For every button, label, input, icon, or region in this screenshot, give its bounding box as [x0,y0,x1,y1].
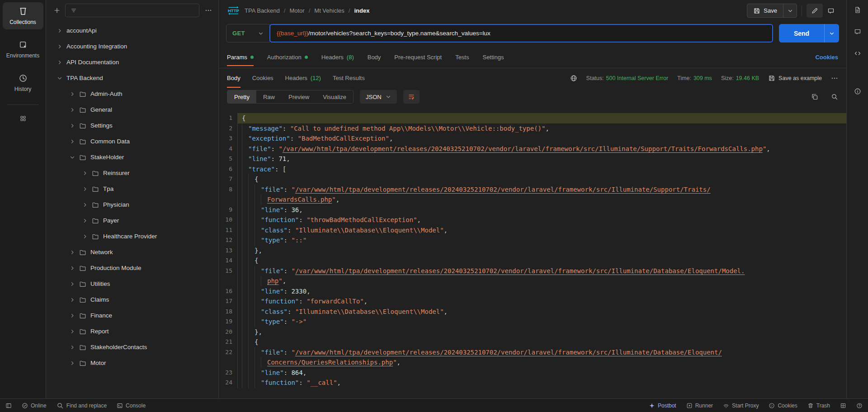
copy-icon[interactable] [811,93,818,100]
chevron-right-icon[interactable] [70,91,75,97]
sidebar-item-api-documentation[interactable]: API Documentation [46,54,218,70]
cookies-link[interactable]: Cookies [815,54,838,61]
code-snippet-icon[interactable] [854,50,861,57]
search-response-icon[interactable] [831,93,838,100]
chevron-right-icon[interactable] [70,297,75,303]
save-options-button[interactable] [783,4,797,17]
new-collection-button[interactable] [53,7,61,14]
view-mode-visualize[interactable]: Visualize [316,90,353,103]
file-link[interactable]: ForwardsCalls.php [267,196,332,203]
response-tab-test-results[interactable]: Test Results [333,68,365,88]
filter-collections-input[interactable] [65,4,199,17]
chevron-right-icon[interactable] [82,202,88,208]
help-button[interactable] [856,403,863,409]
chevron-right-icon[interactable] [70,313,75,318]
toggle-sidebar-button[interactable] [5,403,12,409]
chevron-right-icon[interactable] [70,329,75,334]
sidebar-item-report[interactable]: Report [46,323,218,339]
chevron-right-icon[interactable] [57,60,62,65]
request-tab-tests[interactable]: Tests [455,48,469,66]
chevron-right-icon[interactable] [57,44,62,49]
request-tab-params[interactable]: Params [227,48,254,66]
sidebar-item-common-data[interactable]: Common Data [46,133,218,149]
sidebar-item-motor[interactable]: Motor [46,355,218,371]
file-link[interactable]: /var/www/html/tpa/development/releases/2… [295,186,711,193]
trash-button[interactable]: Trash [807,403,830,409]
sidebar-item-tpa-backend[interactable]: TPA Backend [46,70,218,86]
chevron-right-icon[interactable] [70,345,75,350]
request-tab-settings[interactable]: Settings [482,48,504,66]
console-button[interactable]: Console [117,403,146,409]
url-input[interactable]: {{base_url}}/motor/vehicles?search_keys=… [269,24,773,43]
chevron-down-icon[interactable] [57,76,62,81]
response-tab-cookies[interactable]: Cookies [252,68,274,88]
chevron-right-icon[interactable] [70,123,75,128]
chevron-right-icon[interactable] [70,281,75,287]
sidebar-item-reinsurer[interactable]: Reinsurer [46,165,218,181]
sidebar-item-stakeholdercontacts[interactable]: StakeholderContacts [46,339,218,355]
rail-item-environments[interactable]: Environments [3,36,43,63]
sidebar-item-healthcare-provider[interactable]: Healthcare Provider [46,228,218,244]
chevron-right-icon[interactable] [70,139,75,144]
rail-item-collections[interactable]: Collections [3,2,43,29]
chevron-right-icon[interactable] [70,360,75,366]
sidebar-item-payer[interactable]: Payer [46,213,218,228]
start-proxy-button[interactable]: Start Proxy [723,403,759,409]
response-more-button[interactable] [831,75,838,82]
chevron-right-icon[interactable] [82,170,88,176]
find-and-replace-button[interactable]: Find and replace [57,402,107,409]
comments-button[interactable] [823,4,839,18]
breadcrumb-collection[interactable]: TPA Backend [245,7,280,14]
file-link[interactable]: /var/www/html/tpa/development/releases/2… [295,349,722,356]
sidebar-item-general[interactable]: General [46,102,218,118]
wrap-lines-button[interactable] [403,90,420,104]
sidebar-more-button[interactable] [205,7,212,14]
sidebar-item-accounting-integration[interactable]: Accounting Integration [46,38,218,54]
file-link[interactable]: php [267,277,278,284]
file-link[interactable]: Concerns/QueriesRelationships.php [267,359,393,366]
chevron-right-icon[interactable] [82,186,88,192]
send-options-button[interactable] [824,24,839,43]
rail-item-history[interactable]: History [3,69,43,96]
chevron-right-icon[interactable] [70,265,75,271]
format-selector[interactable]: JSON [360,90,397,104]
chevron-right-icon[interactable] [82,234,88,239]
request-name[interactable]: index [354,7,369,14]
chevron-right-icon[interactable] [70,250,75,255]
save-as-example-button[interactable]: Save as example [768,75,822,82]
connection-status[interactable]: Online [22,403,47,409]
breadcrumb-folder[interactable]: Motor [289,7,304,14]
sidebar-item-tpa[interactable]: Tpa [46,181,218,197]
globe-icon[interactable] [570,75,577,82]
edit-request-button[interactable] [807,4,823,18]
sidebar-item-utilities[interactable]: Utilities [46,276,218,292]
more-sidebar-modules-button[interactable] [17,112,29,125]
sidebar-item-network[interactable]: Network [46,244,218,260]
view-mode-preview[interactable]: Preview [282,90,316,103]
file-link[interactable]: /var/www/html/tpa/development/releases/2… [283,145,763,152]
chevron-right-icon[interactable] [70,107,75,113]
save-button[interactable]: Save [747,4,797,18]
request-tab-body[interactable]: Body [368,48,381,66]
sidebar-item-settings[interactable]: Settings [46,118,218,133]
response-tab-body[interactable]: Body [227,68,241,88]
documentation-icon[interactable] [854,6,861,14]
chevron-down-icon[interactable] [70,155,75,160]
chevron-right-icon[interactable] [57,28,62,33]
sidebar-item-claims[interactable]: Claims [46,292,218,308]
breadcrumb-subfolder[interactable]: Mt Vehicles [314,7,344,14]
file-link[interactable]: /var/www/html/tpa/development/releases/2… [295,267,745,275]
cookies-button[interactable]: Cookies [769,403,797,409]
request-tab-pre-request-script[interactable]: Pre-request Script [394,48,442,66]
runner-button[interactable]: Runner [686,403,713,409]
postbot-button[interactable]: Postbot [649,403,676,409]
request-tab-authorization[interactable]: Authorization [267,48,308,66]
method-selector[interactable]: GET [226,24,270,43]
chevron-right-icon[interactable] [82,218,88,223]
request-tab-headers[interactable]: Headers(8) [321,48,354,66]
view-mode-pretty[interactable]: Pretty [227,90,256,103]
sidebar-item-admin-auth[interactable]: Admin-Auth [46,86,218,102]
two-pane-view-button[interactable] [840,403,846,409]
sidebar-item-stakeholder[interactable]: StakeHolder [46,149,218,165]
info-icon[interactable] [854,88,861,95]
